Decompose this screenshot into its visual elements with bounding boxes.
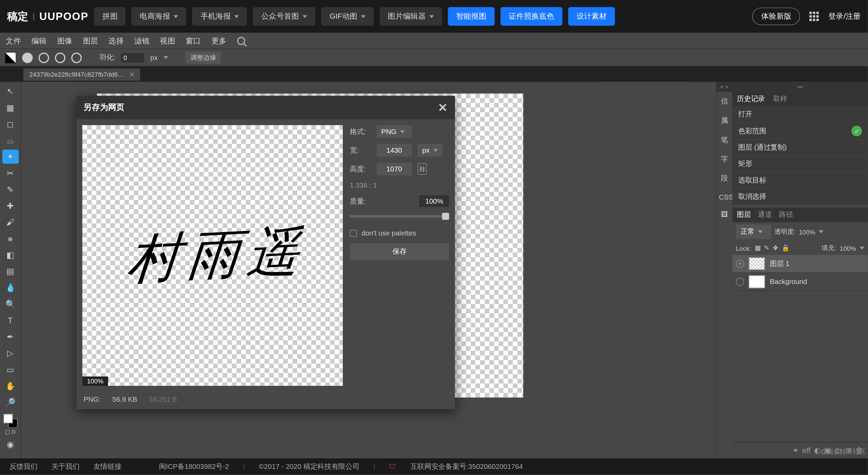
menu-image[interactable]: 图像 xyxy=(57,35,73,46)
rtab-image-icon[interactable]: 🖼 xyxy=(716,206,732,223)
rtab-css[interactable]: CSS xyxy=(716,188,732,206)
quickmask-tool[interactable]: ◉ xyxy=(2,437,18,451)
collapse-icon[interactable]: < > xyxy=(716,82,732,92)
marquee-tool[interactable]: ◻ xyxy=(2,117,18,131)
shape-tool[interactable]: ▭ xyxy=(2,362,18,376)
path-select-tool[interactable]: ▷ xyxy=(2,346,18,360)
eraser-tool[interactable]: ◧ xyxy=(2,248,18,262)
login-link[interactable]: 登录/注册 xyxy=(828,11,861,22)
rtab-info[interactable]: 信 xyxy=(716,92,732,111)
zoom-tool[interactable]: 🔎 xyxy=(2,395,18,409)
fill-value[interactable]: 100% xyxy=(840,245,856,252)
unit-select[interactable]: px xyxy=(418,144,443,157)
nav-assets[interactable]: 设计素材 xyxy=(568,7,615,26)
adjustment-icon[interactable]: ◐ xyxy=(814,446,821,455)
feather-input[interactable] xyxy=(121,53,144,62)
menu-view[interactable]: 视图 xyxy=(160,35,175,46)
layer-name[interactable]: Background xyxy=(770,278,807,286)
gradient-tool[interactable]: ▤ xyxy=(2,264,18,278)
tab-layers[interactable]: 图层 xyxy=(737,210,751,220)
menu-edit[interactable]: 编辑 xyxy=(32,35,47,46)
nav-pintu[interactable]: 拼图 xyxy=(94,7,126,26)
lock-position-icon[interactable]: ✥ xyxy=(773,244,778,252)
opacity-value[interactable]: 100% xyxy=(799,228,815,235)
refine-edge-button[interactable]: 调整边缘 xyxy=(186,52,221,64)
rtab-character[interactable]: 字 xyxy=(716,150,732,169)
collapse-panels-icon[interactable]: >< xyxy=(732,82,868,92)
heal-tool[interactable]: ✚ xyxy=(2,199,18,213)
menu-filter[interactable]: 滤镜 xyxy=(134,35,149,46)
artboard-tool[interactable]: ▦ xyxy=(2,100,18,114)
menu-window[interactable]: 窗口 xyxy=(186,35,201,46)
nav-idphoto[interactable]: 证件照换底色 xyxy=(501,7,563,26)
lasso-tool[interactable]: ⌓ xyxy=(2,133,18,147)
format-select[interactable]: PNG xyxy=(377,125,411,138)
nav-wechat[interactable]: 公众号首图 xyxy=(253,7,316,26)
palette-checkbox[interactable] xyxy=(350,230,357,237)
crop-tool[interactable]: ✂ xyxy=(2,166,18,180)
caret-icon[interactable] xyxy=(860,247,864,250)
footer-police[interactable]: 互联网安全备案号:35020602001764 xyxy=(410,461,523,471)
color-swatch[interactable]: ▢ D xyxy=(3,414,17,435)
footer-icp[interactable]: 闽ICP备18003982号-2 xyxy=(159,461,229,471)
quality-slider[interactable] xyxy=(350,215,449,217)
selection-new-icon[interactable] xyxy=(22,52,33,63)
footer-links[interactable]: 友情链接 xyxy=(94,461,122,471)
menu-more[interactable]: 更多 xyxy=(211,35,227,46)
caret-icon[interactable] xyxy=(163,56,168,59)
brush-tool[interactable]: 🖌 xyxy=(2,215,18,229)
dodge-tool[interactable]: 🔍 xyxy=(2,297,18,311)
menu-file[interactable]: 文件 xyxy=(6,35,21,46)
history-item[interactable]: 选取目标 xyxy=(732,172,868,189)
footer-about[interactable]: 关于我们 xyxy=(52,461,80,471)
link-dimensions-icon[interactable]: ⛓ xyxy=(418,163,427,175)
selection-sub-icon[interactable] xyxy=(55,52,65,63)
pen-tool[interactable]: ✒ xyxy=(2,330,18,344)
tab-paths[interactable]: 路径 xyxy=(779,210,793,220)
history-item[interactable]: 色彩范围✓ xyxy=(732,123,868,140)
history-item[interactable]: 图层 (通过复制) xyxy=(732,140,868,156)
nav-cutout[interactable]: 智能抠图 xyxy=(448,7,495,26)
height-input[interactable] xyxy=(377,163,411,175)
dialog-titlebar[interactable]: 另存为网页 ✕ xyxy=(77,96,455,119)
save-button[interactable]: 保存 xyxy=(350,243,449,260)
rtab-properties[interactable]: 属 xyxy=(716,111,732,130)
quality-value[interactable]: 100% xyxy=(420,195,449,207)
history-item[interactable]: 矩形 xyxy=(732,156,868,172)
rtab-brush[interactable]: 笔 xyxy=(716,130,732,150)
layer-row[interactable]: 图层 1 xyxy=(732,255,868,273)
rtab-paragraph[interactable]: 段 xyxy=(716,169,732,188)
nav-poster-mobile[interactable]: 手机海报 xyxy=(193,7,247,26)
quick-select-tool[interactable]: ✦ xyxy=(2,150,18,164)
preview-canvas[interactable]: 村 雨 遥 100% xyxy=(82,125,343,386)
close-tab-icon[interactable]: ✕ xyxy=(129,71,135,78)
lock-transparent-icon[interactable]: ▦ xyxy=(755,244,761,252)
nav-editor[interactable]: 图片编辑器 xyxy=(380,7,442,26)
menu-select[interactable]: 选择 xyxy=(108,35,124,46)
history-item[interactable]: 取消选择 xyxy=(732,189,868,205)
menu-layer[interactable]: 图层 xyxy=(83,35,98,46)
blur-tool[interactable]: 💧 xyxy=(2,281,18,294)
lock-paint-icon[interactable]: ✎ xyxy=(764,244,769,252)
nav-poster-ecom[interactable]: 电商海报 xyxy=(132,7,186,26)
tab-history[interactable]: 历史记录 xyxy=(737,94,765,104)
footer-feedback[interactable]: 反馈我们 xyxy=(9,461,38,471)
fx-icon[interactable]: eff xyxy=(802,446,810,455)
hand-tool[interactable]: ✋ xyxy=(2,379,18,393)
search-icon[interactable] xyxy=(237,37,245,45)
tab-channels[interactable]: 通道 xyxy=(758,210,772,220)
tab-sample[interactable]: 取样 xyxy=(773,94,787,104)
selection-add-icon[interactable] xyxy=(39,52,49,63)
history-item[interactable]: 打开 xyxy=(732,107,868,123)
move-tool[interactable]: ↖ xyxy=(2,84,18,98)
nav-gif[interactable]: GIF动图 xyxy=(321,7,374,26)
caret-icon[interactable] xyxy=(819,230,824,233)
apps-grid-icon[interactable] xyxy=(810,12,819,21)
stamp-tool[interactable]: ⎈ xyxy=(2,231,18,245)
width-input[interactable] xyxy=(377,144,411,157)
tool-preset-icon[interactable] xyxy=(5,52,16,63)
document-tab[interactable]: 24379b2e228c9f47c827fb7dd6a12 ✕ xyxy=(23,68,140,80)
eyedropper-tool[interactable]: ✎ xyxy=(2,183,18,196)
visibility-icon[interactable] xyxy=(736,260,744,268)
new-version-button[interactable]: 体验新版 xyxy=(752,7,800,25)
